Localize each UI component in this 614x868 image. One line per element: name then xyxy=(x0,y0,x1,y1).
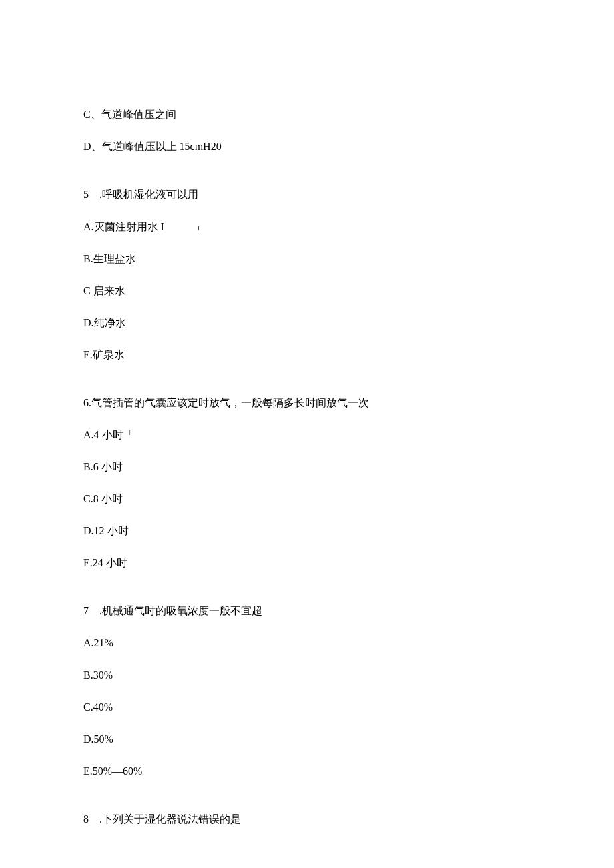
option-c: C、气道峰值压之间 xyxy=(83,107,531,123)
option-a-note: 1 xyxy=(197,224,200,234)
question-stem: 7 .机械通气时的吸氧浓度一般不宜超 xyxy=(83,603,531,619)
option-a: A.4 小时「 xyxy=(83,427,531,443)
option-e: E.50%—60% xyxy=(83,763,531,779)
option-b: B.6 小时 xyxy=(83,459,531,475)
option-e: E.24 小时 xyxy=(83,555,531,571)
option-c: C.8 小时 xyxy=(83,491,531,507)
question-remainder-block: C、气道峰值压之间 D、气道峰值压以上 15cmH20 xyxy=(83,107,531,155)
question-stem: 5 .呼吸机湿化液可以用 xyxy=(83,187,531,203)
option-c: C.40% xyxy=(83,699,531,715)
option-d: D.纯净水 xyxy=(83,315,531,331)
option-d: D、气道峰值压以上 15cmH20 xyxy=(83,139,531,155)
option-b: B.30% xyxy=(83,667,531,683)
question-8-block: 8 .下列关于湿化器说法错误的是 xyxy=(83,811,531,827)
option-c: C 启来水 xyxy=(83,283,531,299)
option-d: D.12 小时 xyxy=(83,523,531,539)
option-b: B.生理盐水 xyxy=(83,251,531,267)
option-a: A.21% xyxy=(83,635,531,651)
option-a-text: A.灭菌注射用水 I xyxy=(83,221,164,232)
question-stem: 8 .下列关于湿化器说法错误的是 xyxy=(83,811,531,827)
question-6-block: 6.气管插管的气囊应该定时放气，一般每隔多长时间放气一次 A.4 小时「 B.6… xyxy=(83,395,531,571)
question-5-block: 5 .呼吸机湿化液可以用 A.灭菌注射用水 I 1 B.生理盐水 C 启来水 D… xyxy=(83,187,531,363)
option-e: E.矿泉水 xyxy=(83,347,531,363)
question-7-block: 7 .机械通气时的吸氧浓度一般不宜超 A.21% B.30% C.40% D.5… xyxy=(83,603,531,779)
option-a: A.灭菌注射用水 I 1 xyxy=(83,219,531,235)
option-d: D.50% xyxy=(83,731,531,747)
question-stem: 6.气管插管的气囊应该定时放气，一般每隔多长时间放气一次 xyxy=(83,395,531,411)
